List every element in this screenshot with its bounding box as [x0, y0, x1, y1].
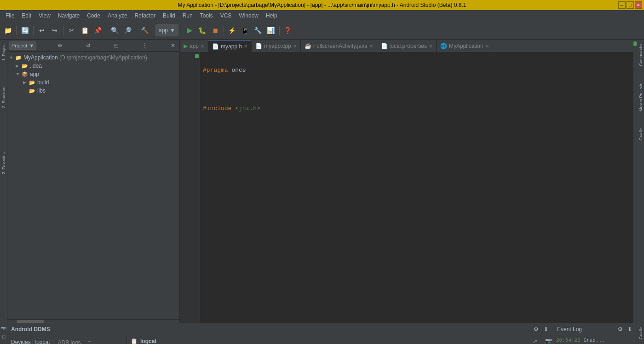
main-layout: 1: Project 2: Structure 2: Favorites Pro…: [0, 40, 644, 323]
panel-refresh-btn[interactable]: ↺: [84, 41, 93, 50]
menu-help[interactable]: Help: [262, 12, 281, 20]
paste-button[interactable]: 📌: [92, 24, 104, 36]
menu-bar: File Edit View Navigate Code Analyze Ref…: [0, 10, 644, 21]
menu-tools[interactable]: Tools: [196, 12, 217, 20]
project-tree: ▼ 📁 MyApplication (D:\projects\garbage\M…: [7, 52, 179, 319]
find-button[interactable]: 🔍: [109, 24, 121, 36]
debug-button[interactable]: 🐛: [196, 24, 208, 36]
menu-edit[interactable]: Edit: [18, 12, 35, 20]
project-scrollbar[interactable]: [7, 319, 179, 323]
event-log-header: Event Log ⚙ ⬇: [554, 323, 637, 335]
tree-libs-label: libs: [37, 87, 46, 94]
menu-code[interactable]: Code: [83, 12, 104, 20]
sidebar-tab-structure[interactable]: 2: Structure: [0, 83, 7, 112]
devices-tab-adb[interactable]: ADB logs: [54, 338, 85, 344]
tree-app[interactable]: ▼ 📦 app: [7, 70, 179, 78]
tab-myapplication-close[interactable]: ✕: [485, 44, 489, 49]
tab-myapp-h-icon: 📄: [212, 43, 219, 50]
build-button[interactable]: 🔨: [138, 24, 150, 36]
tree-libs[interactable]: ▶ 📂 libs: [7, 87, 179, 95]
ddms-restore-btn[interactable]: ⬇: [542, 325, 550, 333]
menu-vcs[interactable]: VCS: [217, 12, 236, 20]
tab-local-properties[interactable]: 📄 local.properties ✕: [377, 40, 437, 52]
replace-button[interactable]: 🔎: [121, 24, 133, 36]
panel-settings-btn[interactable]: ⚙: [56, 41, 65, 50]
adb-icon[interactable]: →: [85, 338, 94, 344]
idea-folder-icon: 📂: [21, 62, 29, 70]
tab-myapp-cpp-close[interactable]: ✕: [293, 44, 297, 49]
editor-content[interactable]: #pragma once #include <jni.h>: [180, 52, 633, 323]
tab-fullscreen[interactable]: ☕ FullscreenActivity.java ✕: [301, 40, 377, 52]
tab-myapp-h-close[interactable]: ✕: [244, 44, 247, 49]
tab-myapplication[interactable]: 🌐 MyApplication ✕: [437, 40, 493, 52]
devices-tab-main[interactable]: Devices | logcat: [7, 338, 54, 344]
resize-icon[interactable]: ⊡: [0, 333, 7, 340]
project-root-icon: 📁: [15, 54, 22, 61]
menu-run[interactable]: Run: [179, 12, 196, 20]
ddms-camera-btn[interactable]: 📷: [544, 337, 553, 344]
tab-app-close[interactable]: ✕: [201, 44, 204, 49]
close-button[interactable]: ✕: [635, 1, 642, 9]
logcat-expand-btn[interactable]: ↗: [531, 337, 539, 344]
toolbar-sep-8: [224, 26, 224, 35]
ddms-header-icons: ⚙ ⬇: [532, 325, 550, 333]
libs-folder-icon: 📂: [29, 87, 36, 94]
menu-view[interactable]: View: [35, 12, 54, 20]
tab-app-icon: ▶: [184, 43, 188, 49]
menu-file[interactable]: File: [2, 12, 18, 20]
project-icon[interactable]: 📁: [2, 24, 14, 36]
project-dropdown[interactable]: Project ▼: [9, 41, 36, 50]
editor-scrollbar[interactable]: [633, 40, 637, 323]
tab-app[interactable]: ▶ app ✕: [180, 40, 208, 52]
run-button[interactable]: ▶: [184, 24, 196, 36]
sidebar-tab-project[interactable]: 1: Project: [0, 40, 7, 64]
stop-button[interactable]: ⏹: [209, 24, 221, 36]
tree-root[interactable]: ▼ 📁 MyApplication (D:\projects\garbage\M…: [7, 53, 179, 62]
event-log-settings-btn[interactable]: ⚙: [616, 325, 624, 333]
panel-close-btn[interactable]: ✕: [168, 41, 178, 50]
help-button[interactable]: ❓: [282, 24, 294, 36]
scrollbar-position: [633, 41, 637, 46]
right-tab-gradle[interactable]: Gradle: [638, 124, 644, 144]
sync-button[interactable]: 🔄: [19, 24, 31, 36]
android-monitor-button[interactable]: 📊: [265, 24, 277, 36]
event-log-content: 20:54:22 Grad... 20:54:26 Sess...: [554, 335, 637, 344]
tab-myapp-cpp[interactable]: 📄 myapp.cpp ✕: [252, 40, 301, 52]
ddms-settings-btn[interactable]: ⚙: [532, 325, 540, 333]
tab-local-props-close[interactable]: ✕: [429, 44, 432, 49]
panel-collapse-btn[interactable]: ⊟: [112, 41, 121, 50]
toolbar: 📁 🔄 ↩ ↪ ✂ 📋 📌 🔍 🔎 🔨 app ▼ ▶ 🐛 ⏹ ⚡ 📱 🔧 📊 …: [0, 21, 644, 40]
title-bar: My Application - [D:\projects\garbage\My…: [0, 0, 644, 10]
tree-idea-label: .idea: [30, 63, 42, 69]
logcat-title: logcat: [140, 338, 156, 344]
avd-button[interactable]: 📱: [239, 24, 251, 36]
minimize-button[interactable]: ─: [618, 1, 626, 9]
menu-navigate[interactable]: Navigate: [54, 12, 83, 20]
sidebar-tab-favorites[interactable]: 2: Favorites: [0, 149, 7, 178]
maximize-button[interactable]: □: [627, 1, 634, 9]
right-tab-commander[interactable]: Commander: [638, 40, 644, 70]
camera-icon[interactable]: 📷: [0, 325, 7, 332]
undo-button[interactable]: ↩: [36, 24, 48, 36]
menu-refactor[interactable]: Refactor: [131, 12, 159, 20]
menu-analyze[interactable]: Analyze: [104, 12, 131, 20]
gradle-side-tab[interactable]: Gradle: [638, 323, 644, 343]
tab-fullscreen-close[interactable]: ✕: [369, 44, 373, 49]
sdk-button[interactable]: 🔧: [252, 24, 264, 36]
right-tab-maven[interactable]: Maven Projects: [638, 79, 644, 115]
code-line-3: [203, 76, 629, 85]
tree-idea[interactable]: ▶ 📂 .idea: [7, 62, 179, 70]
copy-button[interactable]: 📋: [79, 24, 91, 36]
redo-button[interactable]: ↪: [49, 24, 61, 36]
tab-myapp-h[interactable]: 📄 myapp.h ✕: [208, 40, 252, 52]
tree-build[interactable]: ▶ 📂 build: [7, 78, 179, 87]
minus-icon[interactable]: ➖: [0, 342, 7, 344]
build-folder-icon: 📂: [29, 79, 36, 86]
panel-more-btn[interactable]: ⋮: [140, 41, 150, 50]
app-dropdown[interactable]: app ▼: [155, 24, 178, 36]
gradle-sync-button[interactable]: ⚡: [226, 24, 238, 36]
cut-button[interactable]: ✂: [66, 24, 78, 36]
menu-build[interactable]: Build: [159, 12, 179, 20]
menu-window[interactable]: Window: [235, 12, 262, 20]
event-log-restore-btn[interactable]: ⬇: [626, 325, 634, 333]
